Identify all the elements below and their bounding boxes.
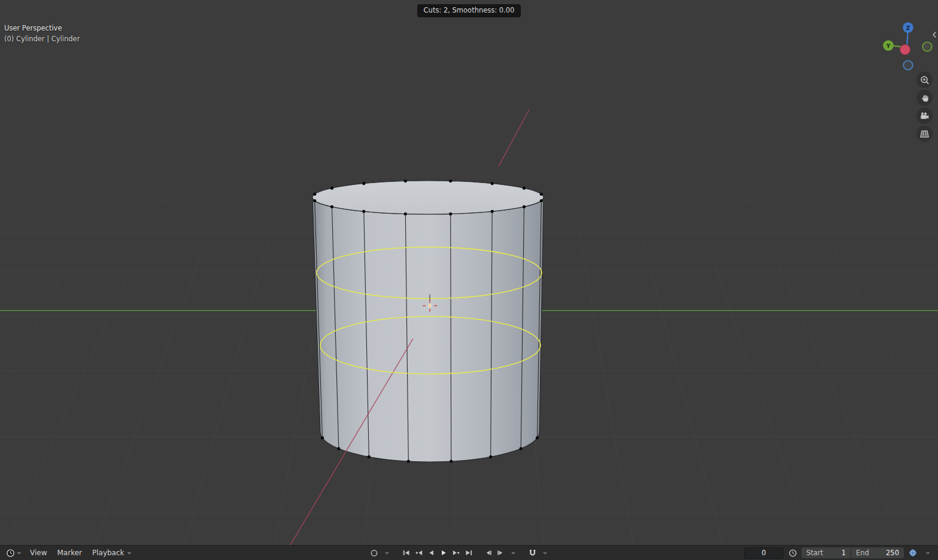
play-reverse-icon [427, 549, 435, 556]
navigation-gizmo[interactable]: Z Y [881, 20, 935, 72]
scene-options-button[interactable] [922, 547, 934, 558]
prev-frame-button[interactable] [482, 547, 494, 558]
play-reverse-button[interactable] [425, 547, 437, 558]
prev-keyframe-button[interactable] [412, 547, 424, 558]
snap-magnet-icon [528, 549, 536, 557]
ortho-grid-icon [919, 129, 930, 139]
viewport-3d[interactable] [0, 0, 938, 546]
frame-range-controls: 0 Start 1 End 250 [744, 547, 938, 559]
frame-step-options-button[interactable] [507, 547, 519, 558]
editor-type-clock-icon [6, 549, 15, 558]
ortho-toggle-button[interactable] [916, 126, 933, 142]
keying-options-button[interactable] [381, 547, 393, 558]
preview-range-clock-icon [788, 549, 797, 558]
chevron-down-icon [17, 552, 22, 555]
y-axis-negative-ball[interactable] [922, 42, 932, 51]
viewport-nav-tools [916, 72, 933, 142]
end-frame-field[interactable]: End 250 [851, 547, 904, 558]
collapse-left-icon [932, 31, 937, 38]
z-axis-label: Z [906, 25, 910, 31]
chevron-down-icon [511, 552, 515, 555]
active-object-label: (0) Cylinder | Cylinder [4, 34, 80, 44]
play-button[interactable] [438, 547, 450, 558]
frame-range-group: Start 1 End 250 [802, 547, 904, 558]
current-frame-value[interactable]: 0 [761, 549, 766, 557]
cylinder-top-face[interactable] [312, 181, 544, 214]
current-frame-field[interactable]: 0 [744, 547, 784, 559]
next-frame-button[interactable] [494, 547, 506, 558]
viewport-labels: User Perspective (0) Cylinder | Cylinder [4, 23, 80, 44]
chevron-down-icon [384, 552, 389, 555]
jump-end-icon [465, 549, 473, 556]
jump-to-end-button[interactable] [463, 547, 475, 558]
x-axis-ball[interactable] [900, 45, 910, 55]
cylinder-side[interactable] [312, 197, 544, 462]
jump-start-icon [402, 549, 410, 556]
snap-options-button[interactable] [539, 547, 551, 558]
start-frame-value[interactable]: 1 [842, 549, 846, 557]
sidebar-collapse-button[interactable] [931, 30, 937, 39]
next-frame-icon [496, 549, 505, 556]
play-icon [439, 549, 448, 556]
zoom-icon [919, 75, 930, 86]
y-axis-label: Y [886, 42, 891, 49]
end-frame-value[interactable]: 250 [886, 549, 899, 557]
preview-range-button[interactable] [787, 547, 799, 558]
blender-window: Cuts: 2, Smoothness: 0.00 User Perspecti… [0, 0, 938, 560]
chevron-down-icon [925, 552, 930, 555]
prev-keyframe-icon [414, 549, 423, 556]
menu-marker[interactable]: Marker [52, 547, 86, 558]
scene-button[interactable] [907, 547, 919, 558]
menu-playback-label: Playback [92, 549, 125, 557]
chevron-down-icon [127, 552, 132, 555]
start-frame-label[interactable]: Start [806, 549, 823, 557]
timeline-bar: View Marker Playback [0, 545, 938, 560]
operator-status: Cuts: 2, Smoothness: 0.00 [417, 4, 521, 17]
cylinder-mesh[interactable] [312, 179, 544, 463]
playback-controls [368, 547, 551, 558]
next-keyframe-button[interactable] [450, 547, 462, 558]
pan-hand-icon [920, 93, 930, 103]
chevron-down-icon [542, 552, 547, 555]
prev-frame-icon [484, 549, 492, 556]
start-frame-field[interactable]: Start 1 [802, 547, 851, 558]
view-perspective-label: User Perspective [4, 23, 80, 34]
pan-button[interactable] [916, 90, 933, 106]
viewport-canvas[interactable] [0, 0, 938, 546]
menu-marker-label: Marker [57, 549, 81, 557]
jump-to-start-button[interactable] [400, 547, 412, 558]
camera-view-button[interactable] [916, 108, 933, 124]
timeline-menus: View Marker Playback [0, 547, 136, 559]
menu-view-label: View [30, 549, 47, 557]
record-icon [371, 549, 378, 557]
scene-globe-icon [909, 549, 917, 557]
z-axis-negative-ball[interactable] [903, 60, 913, 70]
auto-keying-button[interactable] [368, 547, 380, 558]
end-frame-label[interactable]: End [856, 549, 869, 557]
camera-view-icon [919, 111, 930, 121]
playhead-snap-button[interactable] [526, 547, 538, 558]
menu-playback[interactable]: Playback [87, 547, 136, 558]
zoom-button[interactable] [916, 72, 933, 88]
menu-view[interactable]: View [25, 547, 51, 558]
editor-type-button[interactable] [3, 547, 25, 559]
next-keyframe-icon [452, 549, 460, 556]
